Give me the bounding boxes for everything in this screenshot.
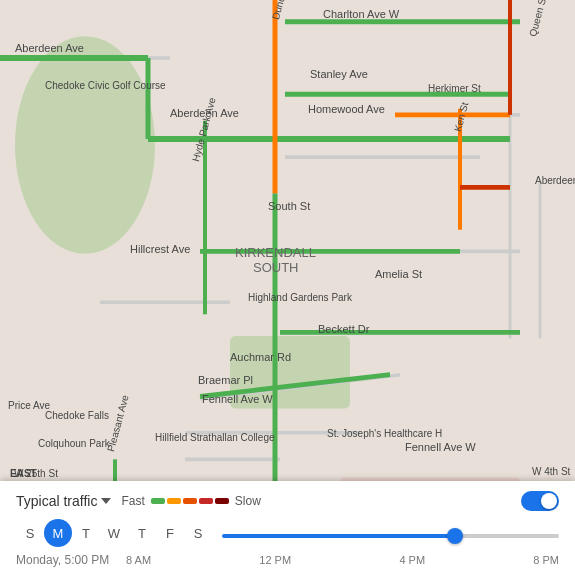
typical-traffic-label: Typical traffic <box>16 493 97 509</box>
time-slider-container <box>222 524 559 542</box>
time-label-4pm: 4 PM <box>399 554 425 566</box>
day-friday[interactable]: F <box>156 519 184 547</box>
day-monday[interactable]: M <box>44 519 72 547</box>
day-selector-row: S M T W T F S <box>16 519 559 547</box>
day-thursday[interactable]: T <box>128 519 156 547</box>
day-saturday[interactable]: S <box>184 519 212 547</box>
traffic-panel: Typical traffic Fast Slow S M <box>0 481 575 579</box>
time-axis-row: Monday, 5:00 PM 8 AM 12 PM 4 PM 8 PM <box>16 553 559 567</box>
day-tuesday[interactable]: T <box>72 519 100 547</box>
time-slider[interactable] <box>222 534 559 538</box>
time-label-8pm: 8 PM <box>533 554 559 566</box>
time-label-12pm: 12 PM <box>259 554 291 566</box>
slow-label: Slow <box>235 494 261 508</box>
legend-orange <box>167 498 181 504</box>
day-sunday[interactable]: S <box>16 519 44 547</box>
toggle-knob <box>541 493 557 509</box>
legend-dark-orange <box>183 498 197 504</box>
legend-green <box>151 498 165 504</box>
typical-traffic-dropdown[interactable]: Typical traffic <box>16 493 111 509</box>
traffic-toggle[interactable] <box>521 491 559 511</box>
legend-dark-red <box>215 498 229 504</box>
traffic-legend: Fast Slow <box>121 494 511 508</box>
svg-rect-2 <box>230 336 350 409</box>
legend-red <box>199 498 213 504</box>
time-label-8am: 8 AM <box>126 554 151 566</box>
fast-label: Fast <box>121 494 144 508</box>
map-container: Aberdeen Ave Charlton Ave W Stanley Ave … <box>0 0 575 579</box>
legend-bar <box>151 498 229 504</box>
dropdown-chevron-icon <box>101 498 111 504</box>
day-wednesday[interactable]: W <box>100 519 128 547</box>
svg-point-1 <box>15 36 155 254</box>
current-datetime: Monday, 5:00 PM <box>16 553 116 567</box>
time-labels: 8 AM 12 PM 4 PM 8 PM <box>126 554 559 566</box>
